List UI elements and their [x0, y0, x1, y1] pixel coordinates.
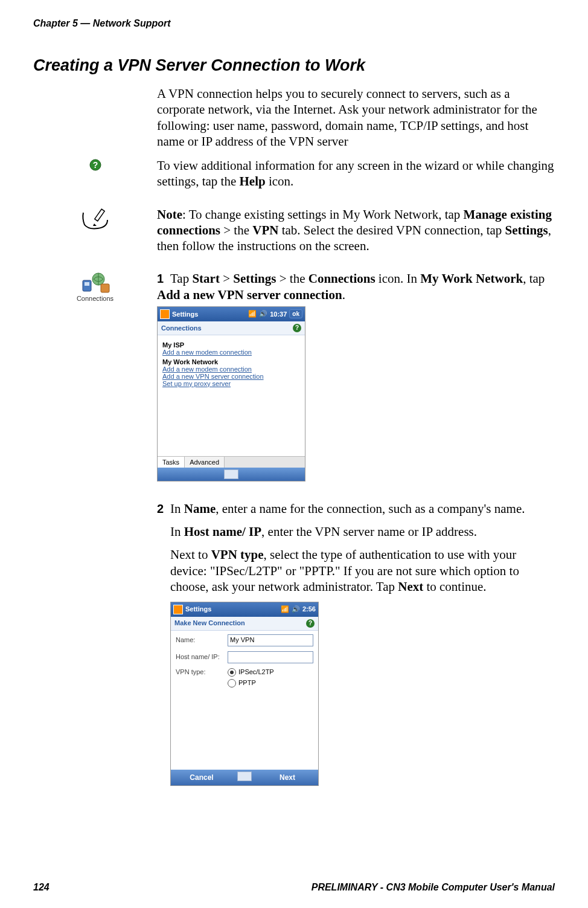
connections-icon: Connections	[77, 272, 113, 302]
mock1-help-icon[interactable]: ?	[293, 324, 301, 332]
mock2-titlebar: Settings 📶 🔊 2:56	[171, 602, 318, 617]
mock2-host-input[interactable]	[228, 651, 313, 663]
keyboard-icon[interactable]	[237, 771, 252, 781]
svg-rect-2	[94, 209, 104, 221]
mock1-group-work: My Work Network	[162, 358, 300, 365]
start-flag-icon	[173, 605, 183, 614]
mock2-softbar: Cancel Next	[171, 770, 318, 785]
mock1-link-isp-modem[interactable]: Add a new modem connection	[162, 349, 300, 356]
step-2-p3: Next to VPN type, select the type of aut…	[170, 547, 555, 594]
mock2-radio-pptp[interactable]: PPTP	[228, 679, 274, 687]
mock2-cancel-button[interactable]: Cancel	[171, 773, 232, 782]
step-2-block: 2In Name, enter a name for the connectio…	[157, 501, 555, 786]
step-1-text: 1Tap Start > Settings > the Connections …	[157, 271, 555, 303]
mock2-subtitle: Make New Connection ?	[171, 617, 318, 631]
mock2-radio-ipsec[interactable]: IPSec/L2TP	[228, 668, 274, 677]
screenshot-connections: Settings 📶 🔊 10:37 ok Connections ? My I…	[157, 306, 305, 481]
mock2-time: 2:56	[302, 605, 316, 614]
mock1-tab-advanced[interactable]: Advanced	[185, 457, 225, 468]
step-2-p2: In Host name/ IP, enter the VPN server n…	[170, 524, 555, 539]
signal-icon: 📶	[281, 605, 289, 614]
signal-icon: 📶	[248, 310, 257, 318]
mock1-title: Settings	[172, 311, 198, 318]
step-1-row: Connections 1Tap Start > Settings > the …	[33, 271, 555, 492]
mock1-sipbar	[158, 468, 305, 481]
speaker-icon: 🔊	[292, 605, 300, 614]
mock2-name-label: Name:	[176, 636, 223, 645]
help-icon: ?	[89, 159, 101, 171]
page-number: 124	[33, 882, 50, 893]
mock1-titlebar: Settings 📶 🔊 10:37 ok	[158, 307, 305, 321]
svg-rect-5	[85, 282, 89, 286]
page-footer: 124 PRELIMINARY - CN3 Mobile Computer Us…	[33, 882, 555, 893]
svg-text:?: ?	[92, 160, 98, 170]
screenshot-make-new-connection: Settings 📶 🔊 2:56 Make New Connection ? …	[170, 602, 319, 786]
connections-icon-label: Connections	[77, 295, 113, 302]
note-pencil-icon	[81, 208, 110, 231]
svg-rect-7	[101, 284, 109, 292]
tip-row: ? To view additional information for any…	[33, 158, 555, 198]
mock1-link-work-modem[interactable]: Add a new modem connection	[162, 365, 300, 373]
mock1-subtitle: Connections ?	[158, 321, 305, 335]
step-2-p1: 2In Name, enter a name for the connectio…	[157, 501, 555, 517]
start-flag-icon	[160, 309, 170, 319]
note-text: Note: To change existing settings in My …	[157, 207, 555, 254]
mock1-tab-tasks[interactable]: Tasks	[158, 457, 185, 468]
svg-marker-3	[93, 224, 97, 226]
section-heading: Creating a VPN Server Connection to Work	[33, 56, 555, 75]
mock1-time: 10:37	[270, 311, 287, 318]
mock2-help-icon[interactable]: ?	[306, 619, 315, 628]
footer-manual-title: PRELIMINARY - CN3 Mobile Computer User's…	[312, 882, 555, 893]
mock2-host-label: Host name/ IP:	[176, 653, 223, 662]
mock2-next-button[interactable]: Next	[257, 773, 318, 782]
tip-text: To view additional information for any s…	[157, 158, 555, 190]
mock2-name-input[interactable]: My VPN	[228, 634, 313, 646]
mock1-link-work-vpn[interactable]: Add a new VPN server connection	[162, 373, 300, 380]
running-head: Chapter 5 — Network Support	[33, 18, 555, 29]
mock1-link-work-proxy[interactable]: Set up my proxy server	[162, 380, 300, 387]
intro-paragraph: A VPN connection helps you to securely c…	[157, 86, 555, 149]
mock2-vpntype-label: VPN type:	[176, 668, 223, 677]
mock1-group-isp: My ISP	[162, 341, 300, 349]
speaker-icon: 🔊	[259, 310, 267, 318]
ok-button[interactable]: ok	[289, 309, 302, 318]
mock2-title: Settings	[185, 605, 211, 614]
note-row: Note: To change existing settings in My …	[33, 207, 555, 263]
keyboard-icon[interactable]	[224, 469, 238, 479]
